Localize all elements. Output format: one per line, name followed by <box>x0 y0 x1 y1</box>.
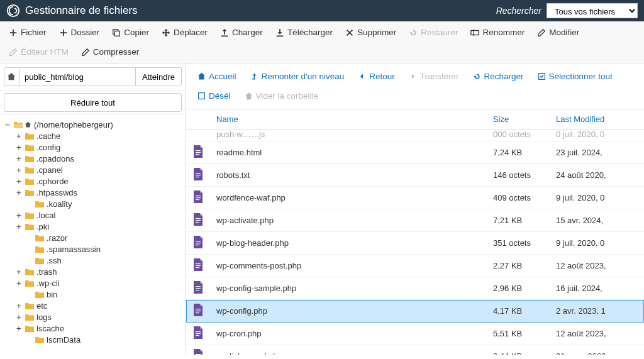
file-table: Name Size Last Modified push-w……js000 oc… <box>186 109 644 355</box>
svg-rect-28 <box>196 309 201 309</box>
home-button[interactable] <box>4 67 19 86</box>
table-row[interactable]: wp-links-opml.php2,44 KB31 mars 2023 <box>186 345 644 355</box>
tree-node[interactable]: +.cphorde <box>3 175 183 187</box>
folder-tree[interactable]: −(/home/tophebergeur)+.cache+.config+.cp… <box>0 115 186 355</box>
upload-button[interactable]: Charger <box>214 23 269 42</box>
table-row[interactable]: robots.txt146 octets24 août 2020, <box>186 164 644 187</box>
svg-rect-26 <box>196 288 201 289</box>
nav-up-button[interactable]: Remonter d'un niveau <box>244 67 351 86</box>
tree-toggle[interactable]: + <box>15 177 23 186</box>
col-size-header[interactable]: Size <box>487 109 550 130</box>
table-row[interactable]: wordfence-waf.php409 octets9 juil. 2020,… <box>186 187 644 209</box>
tree-node[interactable]: +etc <box>3 300 183 311</box>
col-modified-header[interactable]: Last Modified <box>550 109 644 130</box>
file-table-container[interactable]: Name Size Last Modified push-w……js000 oc… <box>186 109 644 355</box>
col-name-header[interactable]: Name <box>210 109 487 130</box>
tree-toggle[interactable]: + <box>15 312 23 322</box>
tree-node[interactable]: +.cpanel <box>3 164 183 175</box>
tree-toggle[interactable] <box>25 245 33 254</box>
reload-button[interactable]: Recharger <box>467 67 530 86</box>
tree-node[interactable]: +.htpasswds <box>3 187 183 198</box>
tree-toggle[interactable]: + <box>15 267 23 277</box>
tree-toggle[interactable]: + <box>15 211 23 220</box>
download-button[interactable]: Télécharger <box>269 23 339 42</box>
table-row[interactable]: wp-comments-post.php2,27 KB12 août 2023, <box>186 255 644 277</box>
folder-icon <box>25 324 35 333</box>
main-layout: Atteindre Réduire tout −(/home/topheberg… <box>0 64 644 355</box>
search-label: Rechercher <box>496 6 541 16</box>
tree-toggle[interactable]: + <box>15 301 23 311</box>
tree-node[interactable]: +logs <box>3 311 183 323</box>
svg-rect-25 <box>196 286 201 287</box>
move-button[interactable]: Déplacer <box>155 23 214 42</box>
tree-toggle[interactable]: + <box>15 222 23 231</box>
tree-node[interactable]: bin <box>3 289 183 300</box>
collapse-all-button[interactable]: Réduire tout <box>4 93 182 112</box>
folder-icon <box>25 313 35 321</box>
tree-toggle[interactable] <box>25 335 33 345</box>
svg-rect-8 <box>196 152 201 153</box>
tree-label: (/home/tophebergeur) <box>34 120 113 130</box>
nav-home-button[interactable]: Accueil <box>191 67 243 86</box>
search-scope-select[interactable]: Tous vos fichiers <box>547 3 638 18</box>
svg-rect-24 <box>196 267 199 268</box>
table-row[interactable]: push-w……js000 octets0 juil. 2020, 0 <box>186 130 644 141</box>
tree-toggle[interactable] <box>25 233 33 243</box>
rename-button[interactable]: Renommer <box>464 23 531 42</box>
tree-toggle[interactable]: + <box>15 188 23 197</box>
table-row[interactable]: wp-config.php4,17 KB2 avr. 2023, 1 <box>186 300 644 323</box>
nav-back-button[interactable]: Retour <box>352 67 401 86</box>
tree-label: .cphorde <box>36 177 69 186</box>
tree-toggle[interactable]: − <box>4 120 11 130</box>
tree-node[interactable]: +.cpaddons <box>3 153 183 164</box>
tree-toggle[interactable]: + <box>15 154 23 163</box>
file-date: 16 juil. 2024, <box>550 277 644 300</box>
table-row[interactable]: wp-activate.php7,21 KB15 avr. 2024, <box>186 209 644 232</box>
svg-rect-10 <box>196 173 201 174</box>
folder-button[interactable]: Dossier <box>53 23 106 42</box>
arrow-right-icon <box>409 72 417 80</box>
tree-toggle[interactable]: + <box>15 143 23 152</box>
table-row[interactable]: wp-config-sample.php2,96 KB16 juil. 2024… <box>186 277 644 300</box>
tree-node[interactable]: +.wp-cli <box>3 277 183 289</box>
tree-node[interactable]: .razor <box>3 232 183 243</box>
home-icon <box>197 72 206 80</box>
copy-button[interactable]: Copier <box>106 23 155 42</box>
tree-root[interactable]: −(/home/tophebergeur) <box>3 119 183 130</box>
go-button[interactable]: Atteindre <box>135 67 182 86</box>
content-toolbar: Accueil Remonter d'un niveau Retour Tran… <box>186 64 644 109</box>
tree-node[interactable]: .spamassassin <box>3 243 183 255</box>
table-row[interactable]: wp-cron.php5,51 KB12 août 2023, <box>186 323 644 345</box>
file-button[interactable]: Fichier <box>3 23 53 42</box>
tree-node[interactable]: .ssh <box>3 255 183 266</box>
delete-button[interactable]: Supprimer <box>339 23 402 42</box>
compress-button[interactable]: Compresser <box>75 42 146 62</box>
tree-node[interactable]: +.pki <box>3 221 183 232</box>
tree-node[interactable]: +.cache <box>3 130 183 141</box>
tree-node[interactable]: .koality <box>3 198 183 209</box>
table-row[interactable]: wp-blog-header.php351 octets9 juil. 2020… <box>186 232 644 255</box>
tree-toggle[interactable]: + <box>15 165 23 175</box>
edit-button[interactable]: Modifier <box>531 23 586 42</box>
file-size: 351 octets <box>487 232 550 255</box>
tree-toggle[interactable]: + <box>15 279 23 288</box>
tree-node[interactable]: +lscache <box>3 323 183 334</box>
tree-toggle[interactable]: + <box>15 131 23 141</box>
tree-toggle[interactable] <box>25 199 33 209</box>
tree-node[interactable]: +.local <box>3 209 183 221</box>
table-row[interactable]: readme.html7,24 KB23 juil. 2024, <box>186 141 644 164</box>
deselect-button[interactable]: Désél <box>191 87 237 105</box>
tree-node[interactable]: +.config <box>3 141 183 153</box>
tree-node[interactable]: lscmData <box>3 334 183 345</box>
tree-node[interactable]: +.trash <box>3 266 183 277</box>
tree-label: .local <box>36 211 55 220</box>
tree-toggle[interactable]: + <box>15 324 23 333</box>
file-size: 4,17 KB <box>487 300 550 323</box>
tree-toggle[interactable] <box>25 290 33 299</box>
tree-toggle[interactable] <box>25 256 33 265</box>
path-input[interactable] <box>19 67 135 86</box>
file-size: 2,27 KB <box>487 255 550 277</box>
rename-icon <box>470 28 479 37</box>
select-all-button[interactable]: Sélectionner tout <box>531 67 619 86</box>
tree-label: .ssh <box>47 256 62 265</box>
